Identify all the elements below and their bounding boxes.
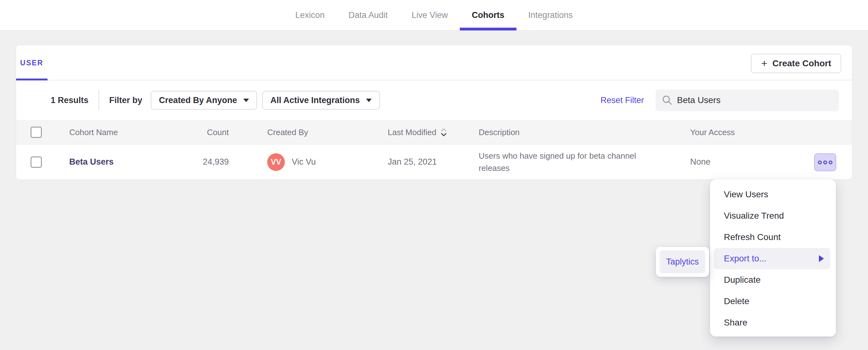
menu-item-duplicate[interactable]: Duplicate	[710, 269, 836, 291]
search-icon	[662, 95, 673, 106]
tab-integrations[interactable]: Integrations	[517, 0, 585, 31]
submenu-arrow-icon	[819, 255, 824, 262]
reset-filter-link[interactable]: Reset Filter	[600, 96, 644, 105]
tab-lexicon[interactable]: Lexicon	[283, 0, 336, 31]
header-created-by: Created By	[267, 120, 308, 144]
menu-item-refresh-count[interactable]: Refresh Count	[710, 226, 836, 248]
created-by-dropdown[interactable]: Created By Anyone	[151, 91, 257, 110]
cohort-count: 24,939	[161, 144, 229, 179]
row-checkbox[interactable]	[31, 156, 42, 168]
menu-item-visualize-trend[interactable]: Visualize Trend	[710, 205, 836, 226]
header-cohort-name: Cohort Name	[69, 120, 118, 144]
header-your-access: Your Access	[690, 120, 735, 144]
cohorts-card: USER + Create Cohort 1 Results Filter by…	[16, 45, 852, 180]
integrations-dropdown[interactable]: All Active Integrations	[262, 91, 380, 110]
created-by-name: Vic Vu	[292, 157, 316, 167]
sort-icon[interactable]	[440, 128, 447, 137]
tab-data-audit[interactable]: Data Audit	[336, 0, 400, 31]
submenu-item-taplytics[interactable]: Taplytics	[660, 250, 705, 273]
header-last-modified[interactable]: Last Modified	[388, 120, 447, 144]
export-submenu: Taplytics	[656, 247, 709, 277]
chevron-down-icon	[243, 99, 249, 102]
create-cohort-button[interactable]: + Create Cohort	[751, 54, 841, 73]
your-access-value: None	[690, 144, 711, 179]
cohort-type-tabs: USER + Create Cohort	[16, 45, 852, 80]
tab-cohorts[interactable]: Cohorts	[460, 0, 517, 31]
created-by-cell: VV Vic Vu	[267, 144, 316, 179]
create-cohort-label: Create Cohort	[772, 59, 831, 69]
top-nav: Lexicon Data Audit Live View Cohorts Int…	[0, 0, 868, 31]
last-modified-value: Jan 25, 2021	[388, 144, 437, 179]
tab-live-view[interactable]: Live View	[400, 0, 460, 31]
chevron-down-icon	[366, 99, 372, 102]
select-all-cell	[31, 120, 42, 144]
header-count: Count	[161, 120, 229, 144]
table-row: Beta Users 24,939 VV Vic Vu Jan 25, 2021…	[16, 144, 852, 179]
row-actions-button[interactable]	[814, 153, 836, 171]
divider	[98, 91, 99, 110]
active-tab-underline	[460, 28, 517, 31]
search-box[interactable]	[656, 90, 839, 111]
meatball-menu-icon	[818, 161, 822, 164]
plus-icon: +	[761, 58, 767, 69]
filter-by-label: Filter by	[109, 96, 142, 105]
table-header-row: Cohort Name Count Created By Last Modifi…	[16, 120, 852, 144]
menu-item-share[interactable]: Share	[710, 312, 836, 334]
cohort-description: Users who have signed up for beta channe…	[479, 150, 646, 174]
menu-item-view-users[interactable]: View Users	[710, 184, 836, 205]
results-count: 1 Results	[51, 96, 88, 105]
filter-right-group: Reset Filter	[600, 90, 839, 111]
header-description: Description	[479, 120, 646, 144]
menu-item-delete[interactable]: Delete	[710, 291, 836, 312]
filter-bar: 1 Results Filter by Created By Anyone Al…	[16, 80, 852, 120]
cohort-name-link[interactable]: Beta Users	[69, 157, 114, 167]
row-check-cell	[31, 144, 42, 179]
tab-user[interactable]: USER	[16, 45, 48, 80]
menu-item-export-to-label: Export to...	[724, 253, 766, 264]
created-by-dropdown-value: Created By Anyone	[159, 96, 237, 105]
menu-item-export-to[interactable]: Export to...	[714, 248, 830, 269]
search-input[interactable]	[677, 95, 828, 105]
avatar: VV	[267, 153, 285, 171]
row-actions-menu: View Users Visualize Trend Refresh Count…	[710, 179, 836, 337]
select-all-checkbox[interactable]	[31, 127, 42, 138]
tab-cohorts-label: Cohorts	[472, 10, 504, 20]
integrations-dropdown-value: All Active Integrations	[270, 96, 360, 105]
header-last-modified-label: Last Modified	[388, 128, 436, 137]
